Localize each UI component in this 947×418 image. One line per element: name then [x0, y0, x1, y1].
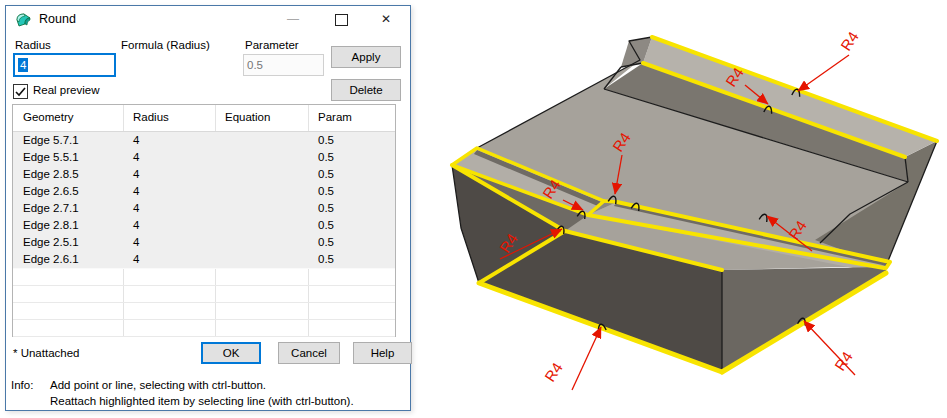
check-icon [15, 87, 26, 97]
empty-row [13, 319, 395, 337]
parameter-field: 0.5 [243, 54, 324, 76]
cell-geometry: Edge 2.5.1 [23, 236, 79, 248]
radius-annotation: R4 [541, 359, 566, 384]
cell-geometry: Edge 2.8.1 [23, 219, 79, 231]
leader-line [572, 327, 601, 390]
cell-geometry: Edge 2.7.1 [23, 202, 79, 214]
cell-param: 0.5 [318, 202, 334, 214]
part-faces[interactable] [452, 37, 937, 372]
column-header-radius: Radius [133, 111, 169, 123]
cell-geometry: Edge 5.7.1 [23, 134, 79, 146]
cell-param: 0.5 [318, 185, 334, 197]
cell-geometry: Edge 2.8.5 [23, 168, 79, 180]
minimize-button[interactable]: — [276, 6, 310, 33]
cell-param: 0.5 [318, 219, 334, 231]
cell-radius: 4 [133, 219, 139, 231]
column-header-param: Param [318, 111, 352, 123]
cell-radius: 4 [133, 236, 139, 248]
cell-geometry: Edge 5.5.1 [23, 151, 79, 163]
info-line1: Add point or line, selecting with ctrl-b… [50, 379, 266, 391]
cell-param: 0.5 [318, 253, 334, 265]
table-row[interactable]: Edge 2.8.1 4 0.5 [13, 217, 395, 235]
cell-radius: 4 [133, 185, 139, 197]
table-row[interactable]: Edge 2.7.1 4 0.5 [13, 200, 395, 218]
radius-input[interactable]: 4 [13, 53, 116, 77]
table-row[interactable]: Edge 2.6.5 4 0.5 [13, 183, 395, 201]
radius-value-selected: 4 [18, 58, 28, 72]
cell-radius: 4 [133, 202, 139, 214]
empty-row [13, 268, 395, 286]
formula-label: Formula (Radius) [121, 39, 210, 51]
cell-radius: 4 [133, 134, 139, 146]
real-preview-checkbox[interactable] [13, 84, 28, 99]
table-row[interactable]: Edge 2.6.1 4 0.5 [13, 251, 395, 269]
list-header: Geometry Radius Equation Param [13, 105, 395, 132]
maximize-button[interactable] [324, 6, 358, 33]
ok-button[interactable]: OK [201, 342, 261, 364]
cancel-button[interactable]: Cancel [278, 342, 340, 364]
table-row[interactable]: Edge 5.5.1 4 0.5 [13, 149, 395, 167]
real-preview-label: Real preview [33, 84, 99, 96]
empty-row [13, 285, 395, 303]
dialog-title: Round [39, 12, 76, 26]
screen: { "window": { "title": "Round", "control… [0, 0, 947, 418]
column-header-geometry: Geometry [23, 111, 74, 123]
cell-param: 0.5 [318, 236, 334, 248]
close-button[interactable]: ✕ [369, 6, 403, 33]
table-row[interactable]: Edge 2.8.5 4 0.5 [13, 166, 395, 184]
info-line2: Reattach highlighted item by selecting l… [50, 395, 354, 407]
radius-label: Radius [15, 39, 51, 51]
info-label: Info: [11, 378, 33, 394]
table-row[interactable]: Edge 5.7.1 4 0.5 [13, 132, 395, 150]
round-fillet-icon [15, 11, 33, 29]
cell-radius: 4 [133, 151, 139, 163]
column-header-equation: Equation [225, 111, 270, 123]
table-row[interactable]: Edge 2.5.1 4 0.5 [13, 234, 395, 252]
radius-annotation: R4 [837, 28, 862, 53]
dialog-titlebar[interactable]: Round — ✕ [6, 6, 410, 33]
cell-param: 0.5 [318, 134, 334, 146]
cell-geometry: Edge 2.6.5 [23, 185, 79, 197]
cell-radius: 4 [133, 168, 139, 180]
cell-radius: 4 [133, 253, 139, 265]
cell-geometry: Edge 2.6.1 [23, 253, 79, 265]
cell-param: 0.5 [318, 168, 334, 180]
parameter-label: Parameter [245, 39, 299, 51]
leader-line [798, 55, 849, 91]
delete-button[interactable]: Delete [331, 79, 401, 101]
maximize-icon [335, 14, 348, 26]
unattached-note: * Unattached [13, 347, 80, 359]
apply-button[interactable]: Apply [331, 46, 401, 68]
model-viewport[interactable]: R4 R4 R4 R4 R4 R4 R4 R4 [420, 0, 947, 418]
empty-row [13, 302, 395, 320]
rounds-list: Geometry Radius Equation Param Edge 5.7.… [12, 104, 396, 337]
radius-annotation: R4 [831, 348, 856, 373]
help-button[interactable]: Help [353, 342, 412, 364]
cell-param: 0.5 [318, 151, 334, 163]
round-dialog: Round — ✕ Radius Formula (Radius) Parame… [5, 5, 411, 411]
